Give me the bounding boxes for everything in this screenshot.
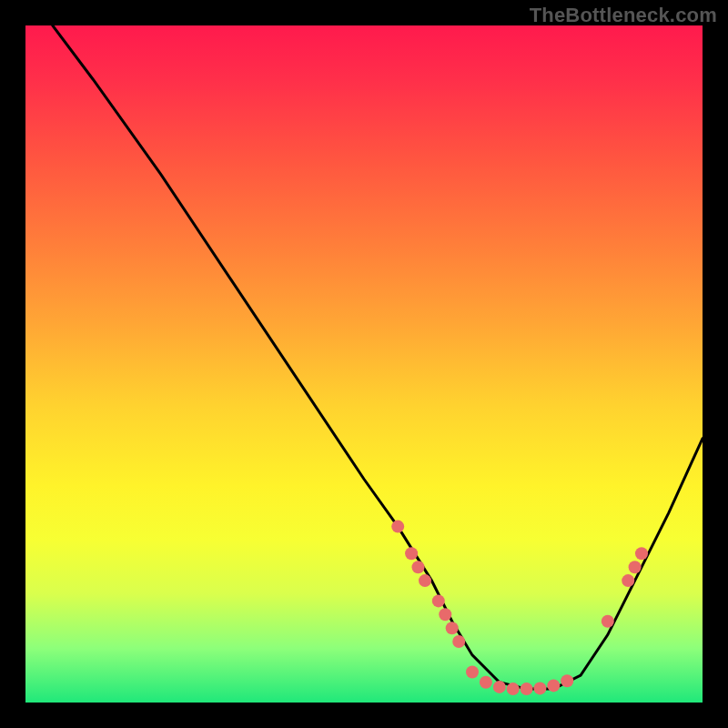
data-marker: [493, 681, 506, 693]
data-marker: [480, 676, 492, 689]
data-marker: [432, 594, 445, 607]
data-marker: [452, 635, 465, 648]
data-marker: [391, 521, 404, 533]
data-marker: [419, 574, 431, 587]
data-marker: [521, 682, 533, 695]
chart-svg: [25, 25, 703, 703]
data-marker: [405, 547, 418, 560]
data-marker: [561, 674, 573, 687]
data-marker: [547, 679, 560, 692]
data-marker: [533, 682, 546, 694]
data-marker: [602, 615, 614, 628]
watermark-text: TheBottleneck.com: [530, 4, 717, 27]
data-marker: [507, 682, 520, 695]
data-marker: [622, 574, 634, 587]
data-marker: [446, 622, 459, 634]
data-marker: [439, 608, 451, 621]
data-marker: [466, 666, 479, 679]
data-marker: [635, 547, 648, 560]
data-marker: [412, 561, 425, 573]
data-marker: [629, 561, 642, 573]
chart-container: TheBottleneck.com: [0, 0, 728, 728]
bottleneck-curve: [53, 25, 703, 689]
plot-area: [25, 25, 703, 703]
data-markers: [391, 521, 648, 696]
